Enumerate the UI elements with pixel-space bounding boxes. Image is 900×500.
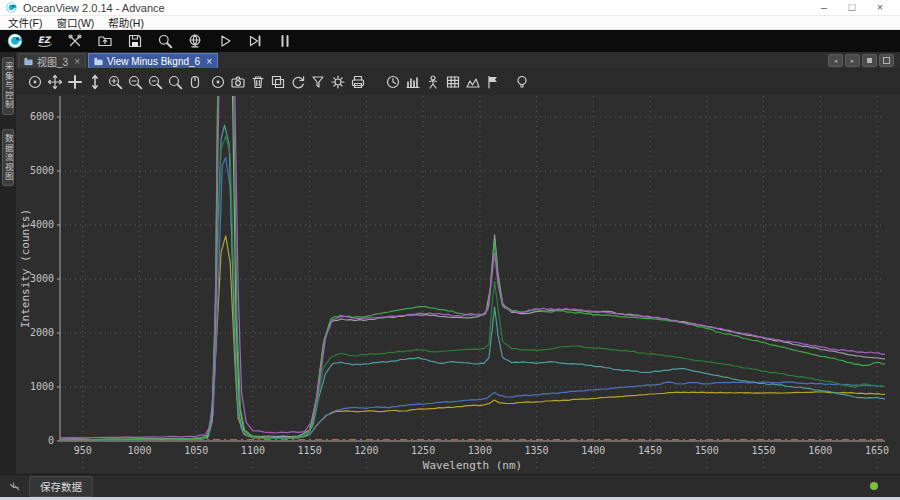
oceanview-logo-icon [5, 32, 24, 51]
zoom-out-x-icon[interactable] [146, 73, 163, 90]
svg-text:1450: 1450 [638, 445, 662, 456]
zoom-pan-group [26, 73, 203, 90]
menu-bar: 文件(F) 窗口(W) 帮助(H) [0, 16, 900, 30]
load-configuration-icon[interactable] [95, 32, 114, 51]
save-data-tab[interactable]: 保存数据 [29, 476, 93, 497]
menu-file[interactable]: 文件(F) [8, 15, 42, 30]
app-logo-icon [6, 2, 17, 13]
tab-label: 视图_3 [37, 54, 68, 69]
grab-pointer-icon[interactable] [186, 73, 203, 90]
svg-text:1100: 1100 [241, 445, 265, 456]
svg-text:950: 950 [74, 445, 92, 456]
search-devices-icon[interactable] [155, 32, 174, 51]
menu-help[interactable]: 帮助(H) [108, 15, 144, 30]
strip-chart-icon[interactable] [185, 32, 204, 51]
svg-text:1250: 1250 [411, 445, 435, 456]
svg-text:5000: 5000 [30, 165, 54, 176]
svg-text:0: 0 [48, 435, 54, 446]
close-button[interactable]: × [866, 0, 894, 15]
spectrum-chart[interactable]: 9501000105011001150120012501300135014001… [16, 95, 900, 474]
close-icon[interactable]: × [74, 56, 80, 67]
maximize-button[interactable]: □ [838, 0, 866, 15]
status-indicator [870, 482, 878, 490]
svg-text:Intensity (counts): Intensity (counts) [19, 209, 32, 328]
tab-view-3[interactable]: 视图_3 × [18, 53, 86, 68]
sidebar-tab-acquisition[interactable]: 采集与控制 [2, 57, 15, 115]
ez-overview-icon[interactable]: EZ [35, 32, 54, 51]
analysis-group [384, 73, 501, 90]
peak-markers-icon[interactable] [464, 73, 481, 90]
svg-text:1050: 1050 [184, 445, 208, 456]
svg-text:1150: 1150 [298, 445, 322, 456]
maximize-window-button[interactable] [879, 54, 894, 67]
window-title: OceanView 2.0.14 - Advance [23, 2, 165, 14]
svg-text:1650: 1650 [865, 445, 889, 456]
data-table-icon[interactable] [444, 73, 461, 90]
shift-window-button[interactable] [862, 54, 877, 67]
left-panel-strip: 采集与控制 数据流视图 [0, 52, 16, 474]
minimize-button[interactable]: – [810, 0, 838, 15]
pause-icon[interactable] [275, 32, 294, 51]
undo-zoom-icon[interactable] [289, 73, 306, 90]
svg-text:2000: 2000 [30, 327, 54, 338]
dock-arrow-icon[interactable] [8, 480, 21, 493]
settings-gear-icon[interactable] [329, 73, 346, 90]
svg-text:EZ: EZ [37, 35, 51, 45]
svg-text:1000: 1000 [30, 381, 54, 392]
tab-controls: ◂ ▸ [828, 54, 894, 67]
svg-text:1600: 1600 [808, 445, 832, 456]
svg-text:6000: 6000 [30, 111, 54, 122]
svg-text:1550: 1550 [752, 445, 776, 456]
zoom-out-icon[interactable] [126, 73, 143, 90]
sidebar-tab-schematic[interactable]: 数据流视图 [2, 129, 15, 187]
svg-text:1500: 1500 [695, 445, 719, 456]
resume-play-icon[interactable] [215, 32, 234, 51]
copy-image-icon[interactable] [229, 73, 246, 90]
manual-move-icon[interactable] [66, 73, 83, 90]
chart-toolbar [16, 68, 900, 95]
graph-actions-group [209, 73, 366, 90]
chart-area: 9501000105011001150120012501300135014001… [16, 95, 900, 474]
svg-text:1400: 1400 [581, 445, 605, 456]
title-bar: OceanView 2.0.14 - Advance – □ × [0, 0, 900, 16]
application-tools-icon[interactable] [65, 32, 84, 51]
copy-to-clipboard-icon[interactable] [269, 73, 286, 90]
close-icon[interactable]: × [206, 56, 212, 67]
svg-text:Wavelength (nm): Wavelength (nm) [423, 459, 522, 472]
svg-text:1300: 1300 [468, 445, 492, 456]
svg-text:1200: 1200 [354, 445, 378, 456]
annotation-flag-icon[interactable] [484, 73, 501, 90]
lamp-group [513, 73, 530, 90]
delete-spectrum-icon[interactable] [249, 73, 266, 90]
svg-text:1000: 1000 [127, 445, 151, 456]
single-step-icon[interactable] [245, 32, 264, 51]
print-icon[interactable] [349, 73, 366, 90]
svg-text:3000: 3000 [30, 273, 54, 284]
svg-text:1350: 1350 [525, 445, 549, 456]
content-area: 采集与控制 数据流视图 视图_3 × View Minus Bkgnd_6 × … [0, 52, 900, 474]
scroll-tabs-left-button[interactable]: ◂ [828, 54, 843, 67]
zoom-in-icon[interactable] [106, 73, 123, 90]
menu-window[interactable]: 窗口(W) [56, 15, 94, 30]
tab-view-minus-bkgnd-6[interactable]: View Minus Bkgnd_6 × [88, 53, 218, 68]
lamp-icon[interactable] [513, 73, 530, 90]
zoom-vertical-icon[interactable] [86, 73, 103, 90]
tab-label: View Minus Bkgnd_6 [107, 56, 200, 67]
svg-text:4000: 4000 [30, 219, 54, 230]
process-spectrum-icon[interactable] [309, 73, 326, 90]
figure-icon[interactable] [424, 73, 441, 90]
zoom-window-icon[interactable] [166, 73, 183, 90]
main-panel: 视图_3 × View Minus Bkgnd_6 × ◂ ▸ [16, 52, 900, 474]
spectrum-bars-icon[interactable] [404, 73, 421, 90]
save-icon[interactable] [125, 32, 144, 51]
document-tab-bar: 视图_3 × View Minus Bkgnd_6 × ◂ ▸ [16, 52, 900, 68]
autoscale-icon[interactable] [26, 73, 43, 90]
pan-icon[interactable] [46, 73, 63, 90]
main-toolbar: EZ [0, 30, 900, 52]
clock-target-icon[interactable] [384, 73, 401, 90]
autoscale-graph-icon[interactable] [209, 73, 226, 90]
status-bar: 保存数据 [0, 474, 900, 497]
scroll-tabs-right-button[interactable]: ▸ [845, 54, 860, 67]
